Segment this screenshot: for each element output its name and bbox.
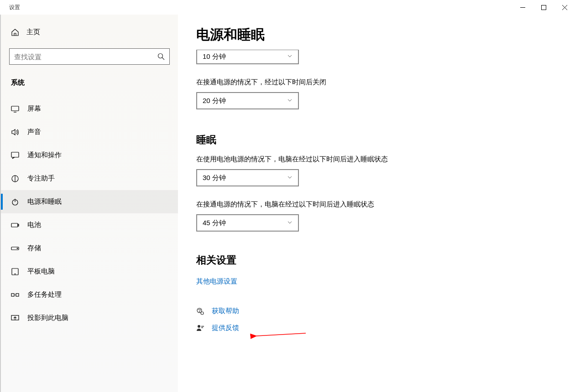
dropdown-value: 45 分钟 xyxy=(203,219,226,227)
titlebar: 设置 xyxy=(0,0,575,15)
sidebar-item-display[interactable]: 屏幕 xyxy=(1,97,178,120)
display-icon xyxy=(11,105,19,113)
sidebar-item-multitask[interactable]: 多任务处理 xyxy=(1,283,178,306)
power-icon xyxy=(11,198,19,206)
svg-rect-1 xyxy=(541,5,546,10)
battery-icon xyxy=(11,221,19,229)
nav-label: 存储 xyxy=(27,244,41,253)
chevron-down-icon xyxy=(287,98,293,104)
sleep-plugged-label: 在接通电源的情况下，电脑在经过以下时间后进入睡眠状态 xyxy=(196,200,557,209)
help-icon xyxy=(196,307,204,315)
home-icon xyxy=(11,28,19,36)
get-help-link[interactable]: 获取帮助 xyxy=(196,307,557,315)
feedback-icon xyxy=(196,324,204,332)
other-power-settings-link[interactable]: 其他电源设置 xyxy=(196,277,237,286)
nav-label: 电源和睡眠 xyxy=(27,197,62,206)
sleep-battery-label: 在使用电池电源的情况下，电脑在经过以下时间后进入睡眠状态 xyxy=(196,155,557,164)
dropdown-value: 30 分钟 xyxy=(203,174,226,182)
notification-icon xyxy=(11,151,19,160)
page-title: 电源和睡眠 xyxy=(196,26,557,44)
screen-battery-dropdown[interactable]: 10 分钟 xyxy=(196,50,299,64)
svg-rect-18 xyxy=(16,294,19,296)
main-content: 电源和睡眠 10 分钟 在接通电源的情况下，经过以下时间后关闭 20 分钟 睡眠… xyxy=(178,15,575,392)
multitask-icon xyxy=(11,291,19,299)
category-label: 系统 xyxy=(1,74,178,97)
nav-label: 专注助手 xyxy=(27,174,55,183)
search-input[interactable] xyxy=(14,53,150,61)
chevron-down-icon xyxy=(287,175,293,181)
search-icon xyxy=(157,53,165,60)
svg-point-14 xyxy=(17,248,18,249)
sleep-battery-dropdown[interactable]: 30 分钟 xyxy=(196,169,299,186)
svg-rect-11 xyxy=(11,223,18,227)
svg-point-24 xyxy=(201,312,204,315)
nav-label: 声音 xyxy=(27,128,41,136)
search-box[interactable] xyxy=(9,48,170,65)
home-label: 主页 xyxy=(26,28,40,36)
dropdown-value: 10 分钟 xyxy=(203,52,226,61)
help-links: 获取帮助 提供反馈 xyxy=(196,307,557,332)
nav-items: 屏幕 声音 通知和操作 专注助手 电源和睡眠 电池 xyxy=(1,97,178,330)
sidebar-item-sound[interactable]: 声音 xyxy=(1,120,178,144)
sidebar-item-storage[interactable]: 存储 xyxy=(1,237,178,260)
focus-icon xyxy=(11,175,19,183)
dropdown-value: 20 分钟 xyxy=(203,97,226,105)
home-link[interactable]: 主页 xyxy=(1,21,178,43)
feedback-link[interactable]: 提供反馈 xyxy=(196,324,557,332)
nav-label: 多任务处理 xyxy=(27,290,62,299)
sidebar-item-power[interactable]: 电源和睡眠 xyxy=(1,190,178,213)
svg-line-5 xyxy=(162,57,164,60)
screen-plugged-label: 在接通电源的情况下，经过以下时间后关闭 xyxy=(196,78,557,87)
minimize-button[interactable] xyxy=(512,0,533,15)
svg-rect-12 xyxy=(18,224,19,226)
window-title: 设置 xyxy=(9,4,20,11)
sound-icon xyxy=(11,128,19,136)
sidebar-item-focus[interactable]: 专注助手 xyxy=(1,167,178,190)
related-heading: 相关设置 xyxy=(196,253,557,267)
maximize-button[interactable] xyxy=(533,0,554,15)
sleep-heading: 睡眠 xyxy=(196,133,557,147)
chevron-down-icon xyxy=(287,53,293,60)
sidebar-item-tablet[interactable]: 平板电脑 xyxy=(1,260,178,283)
sidebar-item-notifications[interactable]: 通知和操作 xyxy=(1,144,178,167)
svg-rect-8 xyxy=(11,152,19,157)
nav-label: 通知和操作 xyxy=(27,151,62,160)
svg-point-25 xyxy=(198,325,200,328)
close-button[interactable] xyxy=(554,0,575,15)
svg-rect-27 xyxy=(201,327,203,328)
feedback-label: 提供反馈 xyxy=(212,324,239,332)
window-controls xyxy=(512,0,575,15)
nav-label: 平板电脑 xyxy=(27,267,55,276)
nav-label: 屏幕 xyxy=(27,104,41,113)
svg-rect-6 xyxy=(11,106,19,111)
sidebar-item-project[interactable]: 投影到此电脑 xyxy=(1,306,178,330)
svg-rect-26 xyxy=(201,326,204,327)
sidebar: 主页 系统 屏幕 声音 通知和操作 专注助手 xyxy=(0,15,178,392)
svg-point-23 xyxy=(199,311,200,312)
help-label: 获取帮助 xyxy=(212,307,239,315)
project-icon xyxy=(11,314,19,322)
tablet-icon xyxy=(11,268,19,276)
svg-rect-17 xyxy=(11,294,14,296)
sleep-plugged-dropdown[interactable]: 45 分钟 xyxy=(196,214,299,232)
screen-plugged-dropdown[interactable]: 20 分钟 xyxy=(196,92,299,109)
chevron-down-icon xyxy=(287,220,293,227)
nav-label: 投影到此电脑 xyxy=(27,314,68,322)
nav-label: 电池 xyxy=(27,221,41,229)
storage-icon xyxy=(11,244,19,253)
sidebar-item-battery[interactable]: 电池 xyxy=(1,213,178,237)
